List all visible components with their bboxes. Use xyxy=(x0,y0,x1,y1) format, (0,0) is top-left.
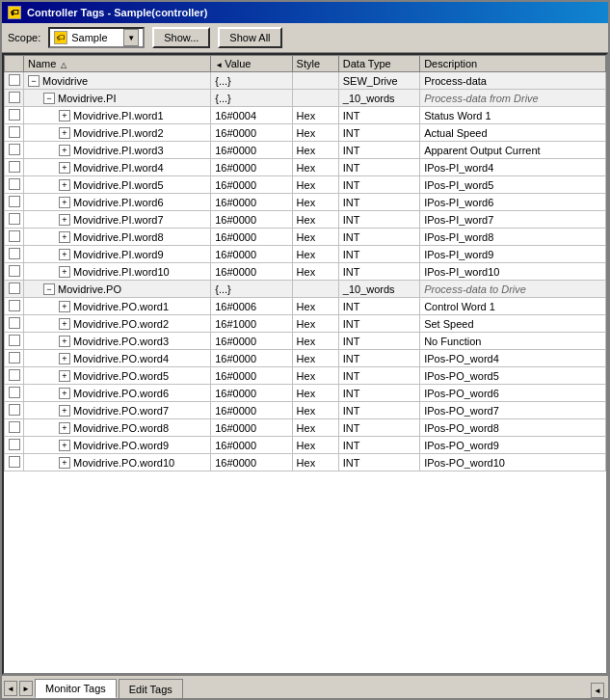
show-button[interactable]: Show... xyxy=(152,27,210,48)
row-value-cell[interactable]: 16#0006 xyxy=(211,298,292,315)
row-value-cell[interactable]: 16#0000 xyxy=(211,367,292,385)
row-value-cell[interactable]: {...} xyxy=(211,281,292,298)
row-checkbox[interactable] xyxy=(9,109,20,121)
expand-plus-icon[interactable]: + xyxy=(59,405,70,417)
row-checkbox[interactable] xyxy=(9,196,20,207)
expand-plus-icon[interactable]: + xyxy=(59,110,70,121)
expand-plus-icon[interactable]: + xyxy=(59,353,70,364)
row-value-cell[interactable]: 16#0000 xyxy=(211,142,292,159)
row-value-cell[interactable]: 16#0000 xyxy=(211,159,292,176)
tab-monitor-tags[interactable]: Monitor Tags xyxy=(35,679,117,698)
row-value-cell[interactable]: 16#0000 xyxy=(211,454,292,471)
row-value-cell[interactable]: 16#0004 xyxy=(211,107,292,124)
row-value-cell[interactable]: 16#0000 xyxy=(211,211,292,229)
expand-plus-icon[interactable]: + xyxy=(59,179,70,191)
table-row[interactable]: +Movidrive.PI.word316#0000HexINTApparent… xyxy=(5,142,606,159)
row-checkbox[interactable] xyxy=(9,74,20,86)
row-checkbox[interactable] xyxy=(9,369,20,381)
table-row[interactable]: +Movidrive.PI.word216#0000HexINTActual S… xyxy=(5,124,606,142)
row-value-cell[interactable]: 16#0000 xyxy=(211,437,292,454)
expand-plus-icon[interactable]: + xyxy=(59,162,70,174)
table-row[interactable]: +Movidrive.PO.word916#0000HexINTIPos-PO_… xyxy=(5,437,606,454)
row-checkbox[interactable] xyxy=(9,283,20,294)
table-row[interactable]: +Movidrive.PI.word1016#0000HexINTIPos-PI… xyxy=(5,263,606,281)
table-row[interactable]: +Movidrive.PI.word416#0000HexINTIPos-PI_… xyxy=(5,159,606,176)
expand-minus-icon[interactable]: − xyxy=(43,93,55,104)
row-value-cell[interactable]: 16#0000 xyxy=(211,124,292,142)
table-row[interactable]: +Movidrive.PO.word416#0000HexINTIPos-PO_… xyxy=(5,350,606,367)
table-row[interactable]: +Movidrive.PO.word616#0000HexINTIPos-PO_… xyxy=(5,385,606,402)
expand-plus-icon[interactable]: + xyxy=(59,457,70,469)
expand-plus-icon[interactable]: + xyxy=(59,231,70,243)
row-checkbox[interactable] xyxy=(9,387,20,398)
col-header-description[interactable]: Description xyxy=(420,56,606,72)
row-checkbox[interactable] xyxy=(9,335,20,346)
expand-plus-icon[interactable]: + xyxy=(59,370,70,382)
row-checkbox[interactable] xyxy=(9,161,20,173)
row-checkbox[interactable] xyxy=(9,126,20,138)
row-value-cell[interactable]: 16#0000 xyxy=(211,176,292,194)
row-checkbox[interactable] xyxy=(9,248,20,259)
table-row[interactable]: +Movidrive.PI.word916#0000HexINTIPos-PI_… xyxy=(5,246,606,263)
row-checkbox[interactable] xyxy=(9,144,20,155)
row-value-cell[interactable]: 16#0000 xyxy=(211,350,292,367)
table-row[interactable]: +Movidrive.PO.word716#0000HexINTIPos-PO_… xyxy=(5,402,606,419)
table-row[interactable]: +Movidrive.PO.word816#0000HexINTIPos-PO_… xyxy=(5,419,606,437)
row-checkbox[interactable] xyxy=(9,352,20,363)
row-checkbox[interactable] xyxy=(9,404,20,416)
row-checkbox[interactable] xyxy=(9,456,20,468)
expand-plus-icon[interactable]: + xyxy=(59,301,70,312)
row-value-cell[interactable]: 16#0000 xyxy=(211,229,292,246)
tab-nav-right[interactable]: ► xyxy=(19,681,33,696)
row-checkbox[interactable] xyxy=(9,421,20,433)
expand-plus-icon[interactable]: + xyxy=(59,249,70,260)
tab-edit-tags[interactable]: Edit Tags xyxy=(119,679,183,698)
expand-plus-icon[interactable]: + xyxy=(59,388,70,399)
col-header-datatype[interactable]: Data Type xyxy=(338,56,419,72)
expand-plus-icon[interactable]: + xyxy=(59,145,70,156)
expand-minus-icon[interactable]: − xyxy=(28,75,40,87)
row-value-cell[interactable]: 16#0000 xyxy=(211,263,292,281)
col-header-name[interactable]: Name △ xyxy=(24,56,211,72)
show-all-button[interactable]: Show All xyxy=(218,27,281,48)
scope-dropdown-arrow[interactable]: ▼ xyxy=(123,29,139,46)
row-value-cell[interactable]: 16#0000 xyxy=(211,419,292,437)
table-row[interactable]: +Movidrive.PI.word116#0004HexINTStatus W… xyxy=(5,107,606,124)
table-row[interactable]: +Movidrive.PI.word716#0000HexINTIPos-PI_… xyxy=(5,211,606,229)
row-checkbox[interactable] xyxy=(9,265,20,277)
row-value-cell[interactable]: 16#1000 xyxy=(211,315,292,333)
expand-plus-icon[interactable]: + xyxy=(59,197,70,208)
tab-nav-left[interactable]: ◄ xyxy=(4,681,17,696)
table-row[interactable]: −Movidrive{...}SEW_DriveProcess-data xyxy=(5,72,606,90)
tab-scroll-right[interactable]: ◄ xyxy=(591,683,604,698)
row-value-cell[interactable]: 16#0000 xyxy=(211,402,292,419)
row-value-cell[interactable]: 16#0000 xyxy=(211,333,292,350)
col-header-style[interactable]: Style xyxy=(292,56,338,72)
col-header-value[interactable]: ◄Value xyxy=(211,56,292,72)
expand-plus-icon[interactable]: + xyxy=(59,266,70,278)
row-checkbox[interactable] xyxy=(9,213,20,225)
expand-minus-icon[interactable]: − xyxy=(43,283,55,295)
table-row[interactable]: +Movidrive.PO.word1016#0000HexINTIPos-PO… xyxy=(5,454,606,471)
row-checkbox[interactable] xyxy=(9,439,20,450)
row-checkbox[interactable] xyxy=(9,92,20,103)
table-row[interactable]: −Movidrive.PI{...}_10_wordsProcess-data … xyxy=(5,90,606,107)
expand-plus-icon[interactable]: + xyxy=(59,214,70,226)
table-row[interactable]: +Movidrive.PI.word816#0000HexINTIPos-PI_… xyxy=(5,229,606,246)
table-row[interactable]: +Movidrive.PO.word216#1000HexINTSet Spee… xyxy=(5,315,606,333)
table-row[interactable]: +Movidrive.PO.word516#0000HexINTIPos-PO_… xyxy=(5,367,606,385)
table-row[interactable]: +Movidrive.PO.word116#0006HexINTControl … xyxy=(5,298,606,315)
scope-dropdown[interactable]: 🏷 Sample ▼ xyxy=(48,27,145,48)
row-value-cell[interactable]: 16#0000 xyxy=(211,246,292,263)
expand-plus-icon[interactable]: + xyxy=(59,336,70,347)
row-checkbox[interactable] xyxy=(9,230,20,242)
table-row[interactable]: −Movidrive.PO{...}_10_wordsProcess-data … xyxy=(5,281,606,298)
table-row[interactable]: +Movidrive.PI.word516#0000HexINTIPos-PI_… xyxy=(5,176,606,194)
row-value-cell[interactable]: {...} xyxy=(211,72,292,90)
row-value-cell[interactable]: 16#0000 xyxy=(211,385,292,402)
row-value-cell[interactable]: {...} xyxy=(211,90,292,107)
row-checkbox[interactable] xyxy=(9,317,20,329)
row-checkbox[interactable] xyxy=(9,300,20,311)
expand-plus-icon[interactable]: + xyxy=(59,440,70,451)
row-checkbox[interactable] xyxy=(9,178,20,190)
